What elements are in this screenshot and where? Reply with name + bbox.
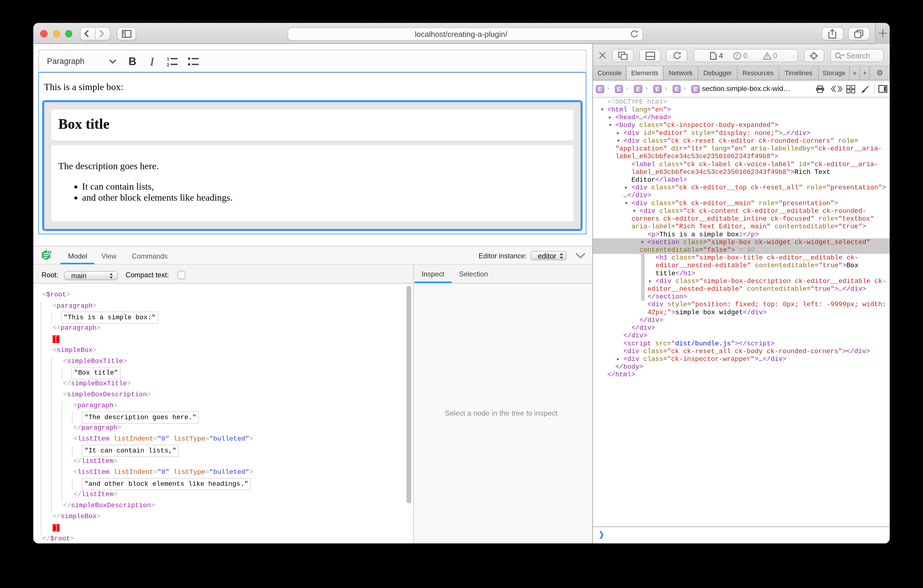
svg-text:5: 5 bbox=[49, 251, 51, 254]
svg-text:2: 2 bbox=[167, 62, 169, 67]
svg-text:1: 1 bbox=[167, 56, 169, 61]
